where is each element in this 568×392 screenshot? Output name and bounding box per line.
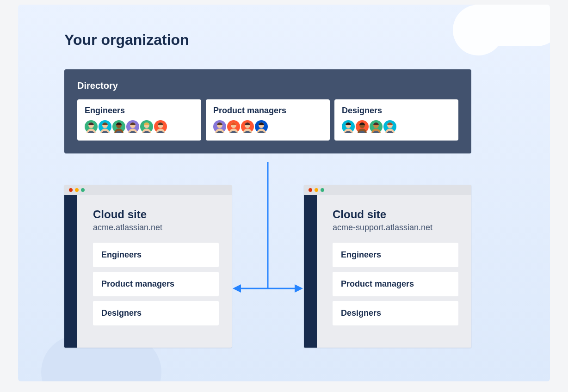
avatar-icon bbox=[370, 120, 383, 133]
avatar-icon bbox=[213, 120, 226, 133]
avatar-icon bbox=[383, 120, 396, 133]
window-maximize-icon bbox=[81, 188, 85, 192]
group-name: Product managers bbox=[213, 106, 322, 116]
site-domain: acme.atlassian.net bbox=[93, 223, 219, 233]
site-sidebar bbox=[304, 195, 317, 348]
avatar-icon bbox=[342, 120, 355, 133]
site-group-item: Designers bbox=[93, 301, 219, 325]
directory-group-row: Engineers bbox=[77, 99, 458, 141]
site-group-item: Product managers bbox=[333, 272, 458, 296]
directory-group-card: Designers bbox=[334, 99, 458, 141]
page-title: Your organization bbox=[64, 31, 189, 49]
directory-title: Directory bbox=[77, 80, 458, 91]
window-close-icon bbox=[69, 188, 73, 192]
avatar-icon bbox=[140, 120, 153, 133]
site-group-item: Engineers bbox=[93, 243, 219, 267]
window-maximize-icon bbox=[321, 188, 324, 192]
avatar-icon bbox=[241, 120, 254, 133]
avatar-row bbox=[85, 120, 194, 133]
group-name: Engineers bbox=[85, 106, 194, 116]
svg-marker-30 bbox=[233, 284, 241, 293]
avatar-icon bbox=[356, 120, 369, 133]
site-group-item: Designers bbox=[333, 301, 458, 325]
avatar-icon bbox=[227, 120, 240, 133]
site-content: Cloud site acme.atlassian.net EngineersP… bbox=[77, 195, 232, 348]
avatar-icon bbox=[154, 120, 167, 133]
avatar-row bbox=[342, 120, 451, 133]
window-close-icon bbox=[309, 188, 312, 192]
site-domain: acme-support.atlassian.net bbox=[333, 223, 458, 233]
directory-group-card: Engineers bbox=[77, 99, 201, 141]
site-group-item: Product managers bbox=[93, 272, 219, 296]
group-name: Designers bbox=[342, 106, 451, 116]
site-title: Cloud site bbox=[333, 208, 458, 221]
cloud-site-window: Cloud site acme-support.atlassian.net En… bbox=[304, 185, 471, 348]
svg-marker-31 bbox=[295, 284, 303, 293]
avatar-icon bbox=[126, 120, 139, 133]
directory-group-card: Product managers bbox=[206, 99, 330, 141]
avatar-icon bbox=[85, 120, 98, 133]
avatar-icon bbox=[255, 120, 268, 133]
window-chrome bbox=[304, 185, 471, 195]
site-sidebar bbox=[64, 195, 77, 348]
site-group-item: Engineers bbox=[333, 243, 458, 267]
cloud-site-window: Cloud site acme.atlassian.net EngineersP… bbox=[64, 185, 232, 348]
diagram-canvas: Your organization Directory Engineers bbox=[18, 5, 550, 381]
decorative-cloud-icon bbox=[471, 5, 550, 46]
window-minimize-icon bbox=[315, 188, 318, 192]
avatar-row bbox=[213, 120, 322, 133]
window-chrome bbox=[64, 185, 232, 195]
avatar-icon bbox=[112, 120, 125, 133]
site-content: Cloud site acme-support.atlassian.net En… bbox=[317, 195, 471, 348]
window-minimize-icon bbox=[75, 188, 79, 192]
site-title: Cloud site bbox=[93, 208, 219, 221]
directory-panel: Directory Engineers bbox=[64, 69, 471, 153]
avatar-icon bbox=[99, 120, 111, 133]
